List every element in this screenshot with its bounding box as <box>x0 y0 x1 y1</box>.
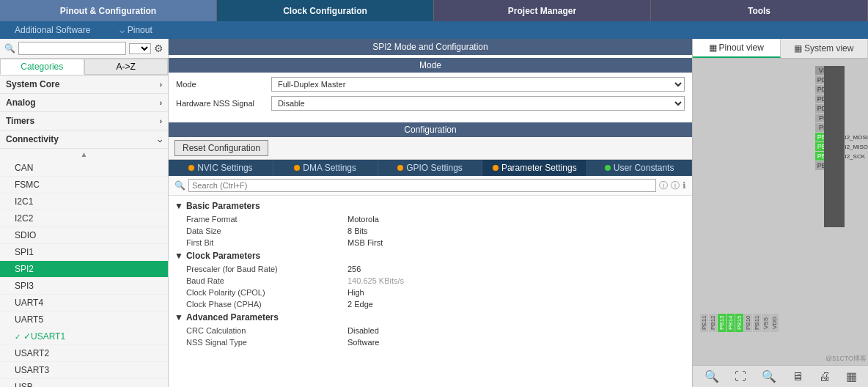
zoom-in-icon[interactable]: 🔍 <box>705 369 719 383</box>
secondary-nav: Additional Software ⌵ Pinout <box>0 21 868 39</box>
main-layout: 🔍 ⚙ Categories A->Z System Core › Analog… <box>0 39 868 387</box>
info-icon-1[interactable]: ⓘ <box>659 180 668 192</box>
bottom-pin-pb15: PB15 <box>735 314 743 332</box>
tab-pinout-config[interactable]: Pinout & Configuration <box>0 0 217 21</box>
gpio-dot-icon <box>397 165 403 171</box>
sidebar-item-uart4[interactable]: UART4 <box>0 295 168 312</box>
sidebar-item-spi2[interactable]: SPI2 <box>0 261 168 278</box>
param-search-input[interactable] <box>188 179 656 192</box>
grid-view-icon[interactable]: ▦ <box>846 369 857 383</box>
grid-icon: ▦ <box>709 43 717 53</box>
search-icon: 🔍 <box>4 43 15 54</box>
gear-icon[interactable]: ⚙ <box>154 43 163 54</box>
sidebar-item-i2c2[interactable]: I2C2 <box>0 210 168 227</box>
center-panel: SPI2 Mode and Configuration Mode Mode Fu… <box>169 39 692 387</box>
param-info-icon: ℹ <box>683 180 686 191</box>
secondary-nav-additional-software[interactable]: Additional Software <box>0 21 105 39</box>
secondary-nav-pinout[interactable]: ⌵ Pinout <box>105 21 166 39</box>
sidebar-item-usart1[interactable]: ✓ USART1 <box>0 328 168 345</box>
sidebar-tab-categories[interactable]: Categories <box>0 59 84 75</box>
search-input[interactable] <box>18 42 126 55</box>
config-toolbar: Reset Configuration <box>169 137 692 160</box>
param-group-advanced[interactable]: ▼ Advanced Parameters <box>169 310 692 325</box>
param-row-first-bit: First Bit MSB First <box>169 237 692 248</box>
system-icon: ▦ <box>794 43 802 54</box>
pin-view-icon[interactable]: 🖨 <box>819 370 831 383</box>
sidebar-tab-atoz[interactable]: A->Z <box>84 59 169 75</box>
info-icon-2[interactable]: ⓘ <box>671 180 680 192</box>
chip-body <box>824 66 845 227</box>
right-panel: ▦ Pinout view ▦ System view VSS PD13 PD1… <box>692 39 868 387</box>
param-row-crc: CRC Calculation Disabled <box>169 325 692 336</box>
sidebar-list: System Core › Analog › Timers › Connecti… <box>0 75 168 387</box>
sidebar-item-usart3[interactable]: USART3 <box>0 362 168 379</box>
chevron-right-icon: › <box>160 99 162 107</box>
sidebar-group-system-core[interactable]: System Core › <box>0 75 168 94</box>
dma-dot-icon <box>294 165 300 171</box>
chip-view: VSS PD13 PD12 PD11 PD10 PD9 PD8 <box>693 59 868 365</box>
mode-section-header: Mode <box>169 58 692 73</box>
param-group-basic[interactable]: ▼ Basic Parameters <box>169 199 692 213</box>
right-panel-tab-pinout[interactable]: ▦ Pinout view <box>693 39 781 58</box>
pin-layout-icon[interactable]: 🖥 <box>792 370 803 383</box>
bottom-pin-pb14: PB14 <box>727 314 735 332</box>
bottom-pins: PE11 PB12 PB13 PB14 PB15 PB10 PB11 VSS V… <box>700 314 779 332</box>
bottom-pin-pb13: PB13 <box>718 314 726 332</box>
config-tab-user[interactable]: User Constants <box>587 160 692 176</box>
config-tab-gpio[interactable]: GPIO Settings <box>378 160 483 176</box>
sidebar-item-uart5[interactable]: UART5 <box>0 312 168 328</box>
sidebar-search-bar: 🔍 ⚙ <box>0 39 168 59</box>
mode-select-mode[interactable]: Full-Duplex Master <box>271 77 685 92</box>
sidebar-item-fsmc[interactable]: FSMC <box>0 177 168 194</box>
config-tab-dma[interactable]: DMA Settings <box>273 160 378 176</box>
sidebar-item-spi3[interactable]: SPI3 <box>0 278 168 295</box>
sidebar-item-can[interactable]: CAN <box>0 160 168 177</box>
sidebar-item-usart2[interactable]: USART2 <box>0 345 168 362</box>
sidebar-group-connectivity[interactable]: Connectivity ⌵ <box>0 130 168 149</box>
mode-section: Mode Full-Duplex Master Hardware NSS Sig… <box>169 73 692 119</box>
scroll-up-indicator[interactable]: ▲ <box>0 149 168 160</box>
search-icon: 🔍 <box>174 180 185 191</box>
sidebar-item-sdio[interactable]: SDIO <box>0 227 168 244</box>
zoom-out-icon[interactable]: 🔍 <box>762 369 776 383</box>
tab-tools[interactable]: Tools <box>651 0 868 21</box>
fit-screen-icon[interactable]: ⛶ <box>735 370 746 383</box>
sidebar-group-analog[interactable]: Analog › <box>0 94 168 112</box>
bottom-pin-vdd: VDD <box>770 314 779 332</box>
sidebar-filter-select[interactable] <box>129 43 151 54</box>
right-panel-tabs: ▦ Pinout view ▦ System view <box>693 39 868 59</box>
param-dot-icon <box>493 165 499 171</box>
param-row-data-size: Data Size 8 Bits <box>169 225 692 237</box>
sidebar-item-usb[interactable]: USB <box>0 379 168 387</box>
param-row-frame-format: Frame Format Motorola <box>169 213 692 225</box>
tab-clock-config[interactable]: Clock Configuration <box>217 0 434 21</box>
sidebar-tabs: Categories A->Z <box>0 59 168 75</box>
param-row-cpol: Clock Polarity (CPOL) High <box>169 287 692 298</box>
param-group-clock[interactable]: ▼ Clock Parameters <box>169 248 692 263</box>
sidebar-group-timers[interactable]: Timers › <box>0 112 168 130</box>
param-row-nss-signal-type: NSS Signal Type Software <box>169 336 692 348</box>
sidebar: 🔍 ⚙ Categories A->Z System Core › Analog… <box>0 39 169 387</box>
config-tab-nvic[interactable]: NVIC Settings <box>169 160 273 176</box>
param-row-cpha: Clock Phase (CPHA) 2 Edge <box>169 298 692 310</box>
sidebar-item-spi1[interactable]: SPI1 <box>0 244 168 261</box>
chevron-right-icon: › <box>160 81 162 89</box>
tab-project-manager[interactable]: Project Manager <box>434 0 651 21</box>
chevron-down-icon: ⌵ <box>158 136 162 144</box>
bottom-pin-pe11: PE11 <box>700 314 708 332</box>
param-table: ▼ Basic Parameters Frame Format Motorola… <box>169 196 692 387</box>
bottom-pin-vss: VSS <box>762 314 770 332</box>
right-panel-tab-system[interactable]: ▦ System view <box>781 39 869 58</box>
mode-row-nss: Hardware NSS Signal Disable <box>176 96 685 111</box>
center-panel-title: SPI2 Mode and Configuration <box>169 39 692 55</box>
nvic-dot-icon <box>188 165 194 171</box>
config-tab-param[interactable]: Parameter Settings <box>482 160 587 176</box>
reset-configuration-button[interactable]: Reset Configuration <box>174 140 268 156</box>
right-panel-footer: 🔍 ⛶ 🔍 🖥 🖨 ▦ <box>693 365 868 387</box>
mode-select-nss[interactable]: Disable <box>271 96 685 111</box>
bottom-pin-pb11: PB11 <box>753 314 761 332</box>
bottom-pin-pb10: PB10 <box>744 314 752 332</box>
top-nav: Pinout & Configuration Clock Configurati… <box>0 0 868 21</box>
sidebar-item-i2c1[interactable]: I2C1 <box>0 194 168 210</box>
bottom-pin-pb12b: PB12 <box>709 314 717 332</box>
